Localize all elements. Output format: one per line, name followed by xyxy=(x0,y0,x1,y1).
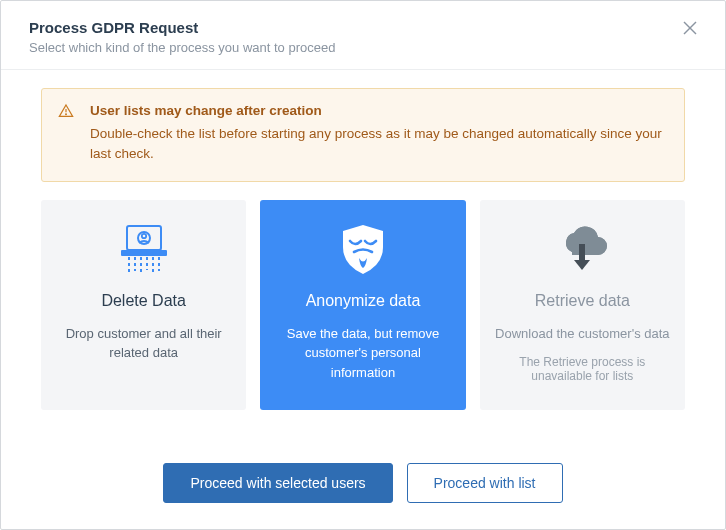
close-button[interactable] xyxy=(683,21,701,39)
modal-body: User lists may change after creation Dou… xyxy=(1,70,725,447)
cloud-download-icon xyxy=(552,220,612,278)
alert-text: Double-check the list before starting an… xyxy=(90,124,666,165)
option-title: Retrieve data xyxy=(535,292,630,310)
modal-footer: Proceed with selected users Proceed with… xyxy=(1,447,725,529)
proceed-with-list-button[interactable]: Proceed with list xyxy=(407,463,563,503)
shredder-icon xyxy=(115,220,173,278)
option-note: The Retrieve process is unavailable for … xyxy=(494,355,671,383)
gdpr-modal: Process GDPR Request Select which kind o… xyxy=(0,0,726,530)
option-anonymize-data[interactable]: Anonymize data Save the data, but remove… xyxy=(260,200,465,410)
option-desc: Save the data, but remove customer's per… xyxy=(274,324,451,383)
svg-point-3 xyxy=(66,114,67,115)
option-title: Anonymize data xyxy=(306,292,421,310)
modal-header: Process GDPR Request Select which kind o… xyxy=(1,1,725,70)
option-retrieve-data: Retrieve data Download the customer's da… xyxy=(480,200,685,410)
alert-title: User lists may change after creation xyxy=(90,103,666,118)
option-desc: Download the customer's data xyxy=(495,324,669,344)
warning-alert: User lists may change after creation Dou… xyxy=(41,88,685,182)
option-desc: Drop customer and all their related data xyxy=(55,324,232,363)
warning-icon xyxy=(58,103,74,123)
modal-subtitle: Select which kind of the process you wan… xyxy=(29,40,697,55)
option-cards: Delete Data Drop customer and all their … xyxy=(41,200,685,410)
option-title: Delete Data xyxy=(101,292,186,310)
close-icon xyxy=(683,21,697,35)
proceed-selected-users-button[interactable]: Proceed with selected users xyxy=(163,463,392,503)
svg-rect-7 xyxy=(121,250,167,256)
modal-title: Process GDPR Request xyxy=(29,19,697,36)
svg-point-6 xyxy=(141,233,145,237)
option-delete-data[interactable]: Delete Data Drop customer and all their … xyxy=(41,200,246,410)
svg-rect-14 xyxy=(579,244,585,262)
anonymous-mask-icon xyxy=(336,220,390,278)
